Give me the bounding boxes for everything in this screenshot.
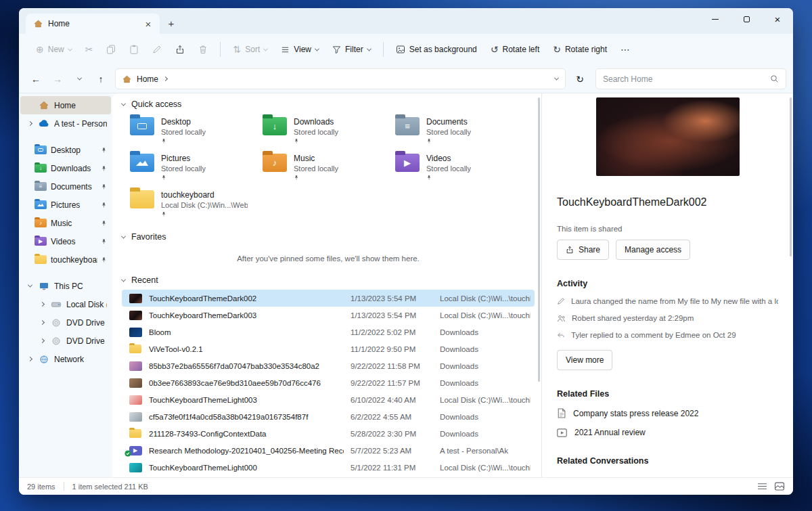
sidebar-item-dvd-drive-2[interactable]: DVD Drive (D:) CCC	[20, 332, 111, 350]
documents-folder-icon: ≡	[395, 117, 420, 135]
sidebar-item-local-disk[interactable]: Local Disk (C:)	[20, 295, 111, 313]
sidebar-item-pictures[interactable]: Pictures	[20, 196, 111, 214]
monitor-icon	[37, 282, 51, 290]
view-button[interactable]: View	[275, 39, 325, 60]
chevron-right-icon[interactable]	[38, 303, 46, 306]
thumbnails-view-icon[interactable]	[774, 482, 785, 491]
sidebar-item-downloads[interactable]: ↓ Downloads	[20, 159, 111, 177]
new-label: New	[48, 45, 64, 54]
sidebar-item-network[interactable]: Network	[20, 350, 111, 368]
video-file-icon: ▶	[129, 446, 142, 456]
rotate-left-button[interactable]: ↺ Rotate left	[484, 39, 545, 60]
file-row[interactable]: Office-guide-Small-3.6.2 4/28/2022 10:55…	[122, 476, 535, 477]
chevron-down-icon[interactable]	[26, 284, 34, 288]
refresh-button[interactable]: ↻	[570, 69, 590, 89]
up-button[interactable]: ↑	[91, 69, 111, 89]
file-row[interactable]: TouchKeyboardThemeDark003 1/13/2023 5:54…	[122, 307, 535, 324]
file-row[interactable]: 85bb37e2ba65556f7da07047bab330e3534c80a2…	[122, 357, 535, 374]
quick-access-videos[interactable]: ▶ Videos Stored locally	[391, 150, 524, 184]
search-input[interactable]	[603, 74, 770, 84]
details-view-icon[interactable]	[757, 482, 767, 491]
file-row[interactable]: TouchKeyboardThemeLight003 6/10/2022 4:4…	[122, 391, 535, 408]
minimize-button[interactable]	[700, 8, 731, 30]
related-file-item[interactable]: 2021 Annual review	[557, 428, 778, 437]
tab-home[interactable]: Home ×	[26, 14, 160, 34]
manage-access-button[interactable]: Manage access	[616, 240, 690, 260]
file-row[interactable]: cf5a73fe0f1f4a0cd58a38b04219a0167354f87f…	[122, 408, 535, 425]
share-button[interactable]	[169, 39, 191, 60]
file-row[interactable]: ▶ Research Methodology-20210401_040256-M…	[122, 442, 535, 459]
view-more-button[interactable]: View more	[557, 350, 612, 370]
sort-icon: ⇅	[233, 45, 241, 54]
sidebar-item-onedrive[interactable]: A test - Personal	[20, 114, 111, 133]
related-file-item[interactable]: Company stats press release 2022	[557, 408, 778, 418]
sidebar-item-music[interactable]: ♪ Music	[20, 214, 111, 232]
file-row[interactable]: TouchKeyboardThemeLight000 5/1/2022 11:3…	[122, 459, 535, 476]
close-button[interactable]: ×	[762, 8, 793, 30]
file-row[interactable]: ViVeTool-v0.2.1 11/1/2022 9:50 PM Downlo…	[122, 340, 535, 357]
maximize-button[interactable]	[731, 8, 762, 30]
file-row[interactable]: Bloom 11/2/2022 5:02 PM Downloads	[122, 324, 535, 340]
folder-icon	[129, 429, 142, 438]
search-box[interactable]	[595, 68, 786, 89]
sidebar-item-this-pc[interactable]: This PC	[20, 277, 111, 295]
sidebar-item-touchkeyboard[interactable]: touchkeyboard	[20, 250, 111, 269]
maximize-icon	[744, 16, 750, 22]
view-label: View	[294, 45, 311, 54]
pictures-folder-icon	[34, 200, 47, 209]
chevron-right-icon[interactable]	[38, 339, 46, 342]
image-thumbnail-icon	[129, 311, 142, 320]
sidebar-label: Music	[51, 219, 97, 228]
section-quick-access[interactable]: Quick access	[122, 95, 535, 114]
chevron-right-icon[interactable]	[26, 357, 34, 361]
file-row[interactable]: TouchKeyboardThemeDark002 1/13/2023 5:54…	[122, 290, 535, 307]
share-button-details[interactable]: Share	[557, 240, 609, 260]
sidebar-label: DVD Drive (D:) CC	[66, 318, 107, 328]
file-list-panel: Quick access Desktop Stored locally ↓	[112, 93, 541, 477]
home-breadcrumb-icon	[122, 75, 131, 83]
drive-icon	[49, 301, 63, 308]
quick-access-documents[interactable]: ≡ Documents Stored locally	[391, 114, 524, 148]
quick-access-downloads[interactable]: ↓ Downloads Stored locally	[258, 114, 391, 148]
chevron-down-icon	[367, 46, 371, 51]
qa-sub: Stored locally	[294, 128, 338, 136]
quick-access-desktop[interactable]: Desktop Stored locally	[126, 114, 258, 148]
section-favorites[interactable]: Favorites	[122, 227, 535, 246]
file-row[interactable]: 0b3ee7663893cae76e9bd310aee59b70d76cc476…	[122, 374, 535, 391]
see-more-button[interactable]: ⋯	[614, 39, 636, 60]
chevron-right-icon[interactable]	[38, 321, 46, 324]
filter-label: Filter	[345, 45, 363, 54]
quick-access-pictures[interactable]: Pictures Stored locally	[126, 150, 258, 184]
sidebar-item-videos[interactable]: ▶ Videos	[20, 232, 111, 250]
qa-sub: Local Disk (C:)\Win...\Web	[161, 201, 248, 209]
section-recent[interactable]: Recent	[122, 271, 535, 290]
sidebar-item-home[interactable]: Home	[20, 96, 111, 114]
qa-name: Documents	[426, 117, 471, 127]
tab-close-icon[interactable]: ×	[142, 18, 154, 30]
chevron-right-icon[interactable]	[26, 122, 34, 125]
rotate-right-button[interactable]: ↻ Rotate right	[547, 39, 613, 60]
forward-icon: →	[53, 74, 62, 85]
sidebar-item-desktop[interactable]: Desktop	[20, 141, 111, 159]
image-thumbnail-icon	[129, 463, 142, 472]
recent-locations-button[interactable]	[69, 69, 89, 89]
sidebar-label: Downloads	[51, 164, 97, 173]
address-dropdown-icon[interactable]	[554, 76, 559, 81]
titlebar[interactable]: Home × + ×	[19, 8, 793, 34]
pin-icon	[101, 165, 107, 172]
filter-button[interactable]: Filter	[326, 39, 377, 60]
new-tab-button[interactable]: +	[162, 14, 180, 32]
main-scrollbar[interactable]	[538, 97, 540, 382]
quick-access-touchkeyboard[interactable]: touchkeyboard Local Disk (C:)\Win...\Web	[126, 187, 258, 221]
details-scrollbar[interactable]	[790, 97, 792, 257]
paste-icon	[129, 45, 139, 54]
back-button[interactable]: ←	[26, 69, 46, 89]
image-thumbnail-icon	[129, 361, 142, 371]
sidebar-item-dvd-drive-1[interactable]: DVD Drive (D:) CC	[20, 313, 111, 332]
set-as-background-button[interactable]: Set as background	[390, 39, 483, 60]
sidebar-item-documents[interactable]: ≡ Documents	[20, 177, 111, 196]
breadcrumb[interactable]: Home	[137, 74, 158, 84]
address-field[interactable]: Home	[115, 68, 566, 89]
quick-access-music[interactable]: ♪ Music Stored locally	[258, 150, 391, 184]
file-row[interactable]: 211128-73493-ConfigContextData 5/28/2022…	[122, 425, 535, 442]
